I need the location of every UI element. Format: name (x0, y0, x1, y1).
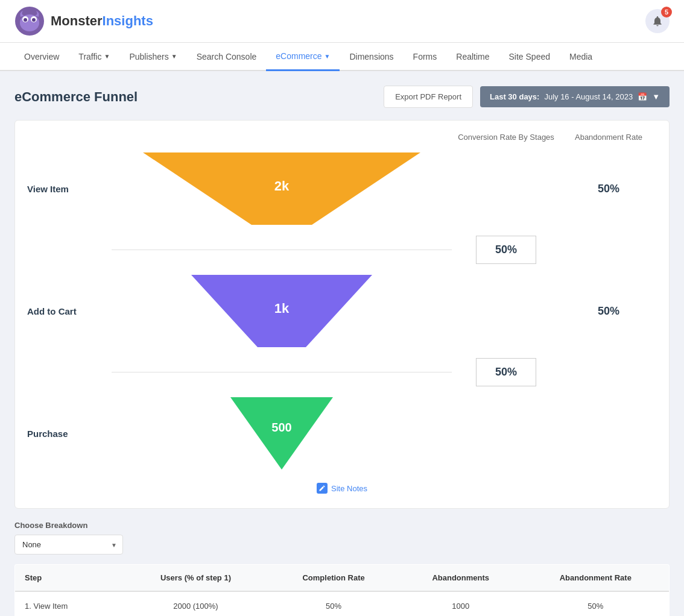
col-step: Step (15, 565, 124, 592)
abandonment-rate-header: Abandonment Rate (560, 133, 657, 142)
table-header: Step Users (% of step 1) Completion Rate… (15, 565, 670, 592)
conversion-rate-box-1: 50% (476, 236, 536, 264)
funnel-visualization: View Item 2k 50% 50% (27, 146, 657, 476)
site-notes-button[interactable]: Site Notes (317, 483, 367, 494)
nav-item-site-speed[interactable]: Site Speed (499, 43, 560, 70)
breakdown-select-wrapper: None Source Medium Campaign Device (14, 535, 123, 555)
add-to-cart-trapezoid: 1k (185, 272, 378, 350)
row1-abandonments: 1000 (399, 591, 522, 616)
col-completion: Completion Rate (268, 565, 399, 592)
svg-point-1 (20, 14, 39, 31)
site-notes-area: Site Notes (27, 476, 657, 496)
nav-item-realtime[interactable]: Realtime (446, 43, 499, 70)
table-row: 1. View Item 2000 (100%) 50% 1000 50% (15, 591, 670, 616)
col-abandonments: Abandonments (399, 565, 522, 592)
nav-item-ecommerce[interactable]: eCommerce ▼ (266, 43, 340, 71)
row1-users: 2000 (100%) (124, 591, 268, 616)
date-chevron-icon: ▼ (652, 92, 660, 101)
bell-icon (651, 15, 663, 27)
svg-text:1k: 1k (274, 301, 290, 316)
svg-point-5 (32, 18, 36, 22)
nav-item-forms[interactable]: Forms (404, 43, 447, 70)
view-item-label: View Item (27, 184, 112, 194)
ecommerce-chevron-icon: ▼ (325, 53, 331, 60)
view-item-trapezoid: 2k (131, 149, 432, 228)
conversion-rate-box-2: 50% (476, 358, 536, 386)
purchase-funnel-segment: 500 (112, 394, 452, 473)
notification-badge: 5 (661, 7, 672, 17)
purchase-triangle: 500 (227, 394, 336, 473)
logo-text: MonsterInsights (51, 13, 153, 29)
notification-button[interactable]: 5 (645, 9, 670, 33)
nav-item-dimensions[interactable]: Dimensions (340, 43, 403, 70)
view-item-ab-rate: 50% (560, 183, 657, 195)
breakdown-label: Choose Breakdown (14, 521, 670, 530)
add-to-cart-label: Add to Cart (27, 306, 112, 316)
publishers-chevron-icon: ▼ (171, 53, 177, 60)
row1-step: 1. View Item (15, 591, 124, 616)
main-content: eCommerce Funnel Export PDF Report Last … (0, 71, 684, 616)
nav-item-overview[interactable]: Overview (14, 43, 69, 70)
nav-item-media[interactable]: Media (560, 43, 602, 70)
purchase-label: Purchase (27, 429, 112, 439)
export-pdf-button[interactable]: Export PDF Report (384, 86, 473, 108)
breakdown-select[interactable]: None Source Medium Campaign Device (14, 535, 123, 555)
page-header-right: Export PDF Report Last 30 days: July 16 … (384, 86, 670, 108)
add-to-cart-row: Add to Cart 1k 50% (27, 269, 657, 353)
conversion-rate-header: Conversion Rate By Stages (452, 133, 560, 142)
main-nav: Overview Traffic ▼ Publishers ▼ Search C… (0, 43, 684, 71)
view-item-row: View Item 2k 50% (27, 146, 657, 231)
site-notes-icon (317, 483, 328, 494)
row1-ab-rate: 50% (522, 591, 670, 616)
purchase-row: Purchase 500 (27, 391, 657, 476)
header-right: 5 (645, 9, 670, 33)
funnel-column-headers: Conversion Rate By Stages Abandonment Ra… (27, 133, 657, 142)
row1-completion: 50% (268, 591, 399, 616)
traffic-chevron-icon: ▼ (104, 53, 110, 60)
nav-item-search-console[interactable]: Search Console (187, 43, 267, 70)
table-body: 1. View Item 2000 (100%) 50% 1000 50% 2.… (15, 591, 670, 616)
conversion-box-1-area: 50% (452, 231, 560, 269)
calendar-icon: 📅 (638, 92, 647, 101)
view-item-funnel-segment: 2k (112, 149, 452, 228)
nav-item-traffic[interactable]: Traffic ▼ (69, 43, 119, 70)
connector-row-1: 50% (27, 231, 657, 269)
app-header: MonsterInsights 5 (0, 0, 684, 43)
svg-text:500: 500 (271, 421, 291, 434)
funnel-card: Conversion Rate By Stages Abandonment Ra… (14, 120, 670, 509)
col-ab-rate: Abandonment Rate (522, 565, 670, 592)
svg-text:2k: 2k (274, 178, 290, 193)
breakdown-section: Choose Breakdown None Source Medium Camp… (14, 521, 670, 555)
logo-area: MonsterInsights (14, 6, 153, 36)
date-range-button[interactable]: Last 30 days: July 16 - August 14, 2023 … (480, 86, 670, 107)
funnel-table: Step Users (% of step 1) Completion Rate… (14, 564, 670, 616)
connector-row-2: 50% (27, 353, 657, 391)
col-users: Users (% of step 1) (124, 565, 268, 592)
nav-item-publishers[interactable]: Publishers ▼ (119, 43, 186, 70)
svg-point-4 (24, 18, 27, 22)
page-header: eCommerce Funnel Export PDF Report Last … (14, 86, 670, 108)
add-to-cart-ab-rate: 50% (560, 305, 657, 318)
conversion-box-2-area: 50% (452, 353, 560, 391)
add-to-cart-funnel-segment: 1k (112, 272, 452, 350)
logo-icon (14, 6, 45, 36)
page-title: eCommerce Funnel (14, 89, 138, 105)
